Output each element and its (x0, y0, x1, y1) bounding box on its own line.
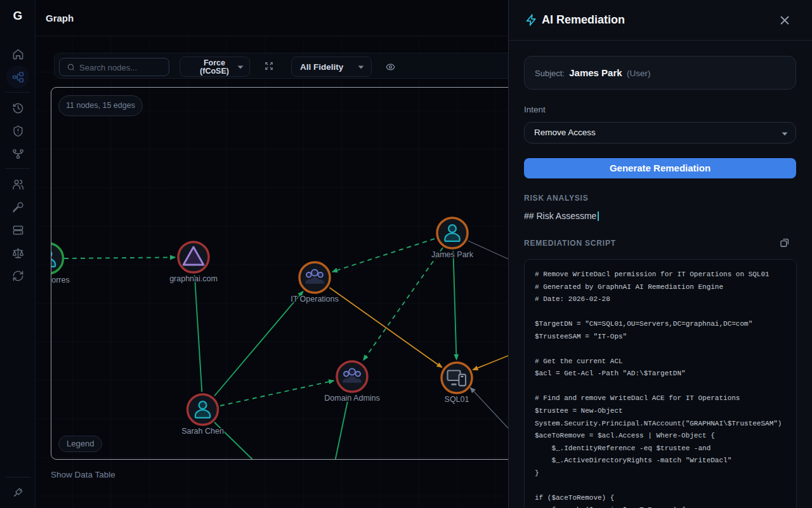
svg-text:graphnai.com: graphnai.com (169, 274, 218, 283)
svg-text:Domain Admins: Domain Admins (324, 394, 380, 403)
svg-text:IT Operations: IT Operations (291, 295, 339, 304)
svg-text:Sarah Chen: Sarah Chen (181, 427, 224, 436)
svg-text:James Park: James Park (431, 250, 474, 259)
svg-text:SQL01: SQL01 (445, 395, 469, 404)
svg-text:orres: orres (51, 276, 69, 284)
